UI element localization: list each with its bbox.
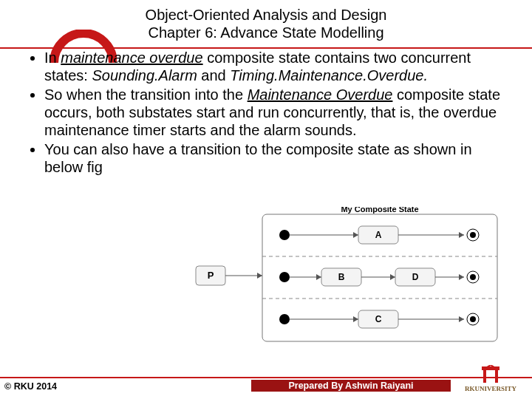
- svg-marker-2: [257, 273, 262, 279]
- rku-logo-icon: RKUNIVERSITY: [454, 365, 528, 395]
- bullet-item: You can also have a transition to the co…: [44, 140, 511, 176]
- svg-point-14: [470, 232, 476, 238]
- svg-text:RKUNIVERSITY: RKUNIVERSITY: [465, 385, 517, 392]
- footer-author: Prepared By Ashwin Raiyani: [251, 380, 451, 392]
- svg-point-15: [279, 272, 290, 282]
- footer-divider: [0, 377, 532, 378]
- bullet-item: So when the transition into the Maintena…: [44, 86, 511, 139]
- svg-rect-39: [495, 369, 498, 383]
- composite-title: My Composite State: [341, 207, 418, 214]
- svg-text:B: B: [338, 272, 345, 282]
- svg-point-27: [470, 274, 476, 280]
- slide-body: In maintenance overdue composite state c…: [24, 49, 511, 177]
- footer-copyright: © RKU 2014: [4, 381, 57, 392]
- svg-point-28: [279, 314, 290, 324]
- slide-title: Object-Oriented Analysis and Design: [0, 6, 532, 24]
- svg-point-6: [279, 230, 290, 240]
- svg-point-36: [470, 316, 476, 322]
- state-diagram: P My Composite State A B D: [192, 207, 502, 347]
- svg-rect-38: [483, 369, 486, 383]
- bullet-item: In maintenance overdue composite state c…: [44, 49, 511, 84]
- p-label: P: [208, 270, 214, 281]
- svg-text:D: D: [412, 272, 419, 282]
- svg-text:C: C: [375, 314, 382, 324]
- svg-text:A: A: [375, 230, 382, 240]
